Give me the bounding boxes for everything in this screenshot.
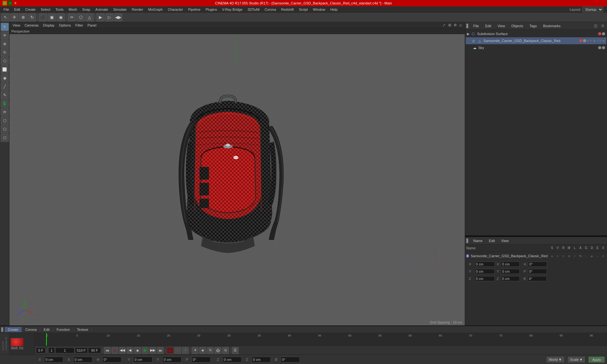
record2-button[interactable]: ● xyxy=(167,347,174,354)
menu-item-file[interactable]: File xyxy=(1,7,11,12)
tab-texture[interactable]: Texture xyxy=(74,327,92,332)
loop-sel[interactable]: ⬡ xyxy=(77,13,85,21)
h-input[interactable] xyxy=(528,262,547,267)
menu-item-corona[interactable]: Corona xyxy=(262,7,278,12)
play-back-button[interactable]: ◀ xyxy=(126,347,133,354)
tab-function[interactable]: Function xyxy=(53,327,73,332)
sculpt-icon[interactable]: ⬡ xyxy=(1,125,9,133)
viewport-expand-icon[interactable]: ⤢ xyxy=(441,23,446,28)
stop-button[interactable]: ■ xyxy=(134,347,141,354)
tab-corona[interactable]: Corona xyxy=(22,327,40,332)
menu-item-snap[interactable]: Snap xyxy=(80,7,93,12)
key-button[interactable]: ◈ xyxy=(199,347,206,354)
obj-icon2[interactable]: ⊙ xyxy=(599,23,606,29)
obj-bookmarks-menu[interactable]: Bookmarks xyxy=(541,23,563,28)
obj-view-menu[interactable]: View xyxy=(495,23,508,28)
viewport-layout-icon[interactable]: ⊞ xyxy=(447,23,452,28)
scale-button[interactable]: Scale ▼ xyxy=(568,357,585,362)
obj-row-sky[interactable]: ☁ Sky xyxy=(466,44,606,51)
x-rot-input[interactable] xyxy=(501,262,520,267)
z-rot-input[interactable] xyxy=(501,276,520,281)
obj-row-samsonite[interactable]: ◎ △ Samsonite_Carrier_GSD_Backpack_Class… xyxy=(466,37,606,44)
rotate-icon[interactable]: ↻ xyxy=(1,48,9,57)
attr-view-menu[interactable]: View xyxy=(499,238,511,243)
move-icon[interactable]: ✛ xyxy=(1,31,9,39)
go-end-button[interactable]: ⏭ xyxy=(157,347,164,354)
scale-tool[interactable]: ⊕ xyxy=(19,13,27,21)
extrude[interactable]: △ xyxy=(85,13,94,21)
model-mode[interactable]: ⬛ xyxy=(39,13,47,21)
help-button[interactable]: ? xyxy=(182,347,189,354)
obj-objects-menu[interactable]: Objects xyxy=(509,23,525,28)
p-input[interactable] xyxy=(528,269,547,274)
world-button[interactable]: World ▼ xyxy=(547,357,564,362)
step-input[interactable] xyxy=(55,348,74,353)
power-button[interactable]: ⏻ xyxy=(214,347,221,354)
snap-button[interactable]: ⊙ xyxy=(222,347,229,354)
select-tool[interactable]: ↖ xyxy=(1,13,9,21)
rotate-tool[interactable]: ↻ xyxy=(28,13,36,21)
apply-button[interactable]: Apply xyxy=(589,357,604,362)
loop-button[interactable]: ↻ xyxy=(207,347,214,354)
measure-icon[interactable]: ✎ xyxy=(1,91,9,99)
menu-item-plugins[interactable]: Plugins xyxy=(203,7,219,12)
menu-item-animate[interactable]: Animate xyxy=(93,7,110,12)
attr-name-menu[interactable]: Name xyxy=(471,238,485,243)
y-rot-input[interactable] xyxy=(501,269,520,274)
obj-row-subdivision[interactable]: ▶ ⬡ Subdivision Surface xyxy=(466,30,606,37)
menu-item-character[interactable]: Character xyxy=(166,7,185,12)
b-input[interactable] xyxy=(528,276,547,281)
viewport-settings-icon[interactable]: ⚙ xyxy=(453,23,458,28)
go-start-button[interactable]: ⏮ xyxy=(104,347,111,354)
info-button[interactable]: ! xyxy=(174,347,181,354)
menu-item-pipeline[interactable]: Pipeline xyxy=(186,7,203,12)
attr-edit-menu[interactable]: Edit xyxy=(486,238,497,243)
panel-drag-handle[interactable] xyxy=(466,24,468,28)
render-btn[interactable]: ▶ xyxy=(96,13,105,21)
move-tool[interactable]: ✛ xyxy=(10,13,18,21)
tab-edit[interactable]: Edit xyxy=(40,327,53,332)
cost-icon[interactable]: 💲 xyxy=(1,100,9,108)
layout-select[interactable]: Startup xyxy=(582,7,603,12)
obj-icon1[interactable]: ◫ xyxy=(592,23,599,29)
bottom-drag-handle[interactable] xyxy=(1,327,3,332)
line-icon[interactable]: ╱ xyxy=(1,82,9,91)
menu-item-script[interactable]: Script xyxy=(297,7,310,12)
viewport-render-icon[interactable]: ▷ xyxy=(458,23,463,28)
attr-drag-handle[interactable] xyxy=(466,239,468,243)
minimize-button[interactable]: ─ xyxy=(3,1,7,5)
play-button[interactable]: ▶ xyxy=(142,347,149,354)
render-view[interactable]: ◀▶ xyxy=(114,13,122,21)
end-frame-input[interactable] xyxy=(75,348,88,353)
texture-mode[interactable]: ▣ xyxy=(48,13,56,21)
prev-frame-button[interactable]: ◀◀ xyxy=(119,347,126,354)
obj-edit-menu[interactable]: Edit xyxy=(483,23,494,28)
vp-menu-view[interactable]: View xyxy=(11,23,22,27)
playhead[interactable] xyxy=(46,333,47,346)
play-fwd-button[interactable]: ▶▶ xyxy=(149,347,156,354)
menu-item-edit[interactable]: Edit xyxy=(12,7,22,12)
layer-icon[interactable]: ⬡ xyxy=(1,134,9,142)
object-mode[interactable]: ◉ xyxy=(57,13,65,21)
material-swatch-back[interactable]: Back_Pa xyxy=(11,338,23,349)
frame-input[interactable] xyxy=(36,348,46,353)
menu-item-v-ray-bridge[interactable]: V-Ray Bridge xyxy=(220,7,245,12)
list-button[interactable]: ☰ xyxy=(232,347,239,354)
loop-icon[interactable]: ⟳ xyxy=(1,108,9,116)
motion-button[interactable]: ✦ xyxy=(192,347,199,354)
edge-icon[interactable]: ⬜ xyxy=(1,65,9,74)
menu-item-window[interactable]: Window xyxy=(311,7,328,12)
menu-item-tools[interactable]: Tools xyxy=(53,7,66,12)
render-region[interactable]: ▷ xyxy=(105,13,113,21)
menu-item-mesh[interactable]: Mesh xyxy=(66,7,79,12)
vp-menu-filter[interactable]: Filter xyxy=(73,23,85,27)
obj-tags-menu[interactable]: Tags xyxy=(527,23,539,28)
paint-icon[interactable]: ⬡ xyxy=(1,117,9,125)
menu-item-mograph[interactable]: MoGraph xyxy=(146,7,165,12)
vp-menu-panel[interactable]: Panel xyxy=(86,23,98,27)
x-pos-input[interactable] xyxy=(475,262,495,267)
menu-item-help[interactable]: Help xyxy=(328,7,340,12)
menu-item-select[interactable]: Select xyxy=(39,7,53,12)
max-frame-input[interactable] xyxy=(88,348,101,353)
obj-file-menu[interactable]: File xyxy=(471,23,481,28)
